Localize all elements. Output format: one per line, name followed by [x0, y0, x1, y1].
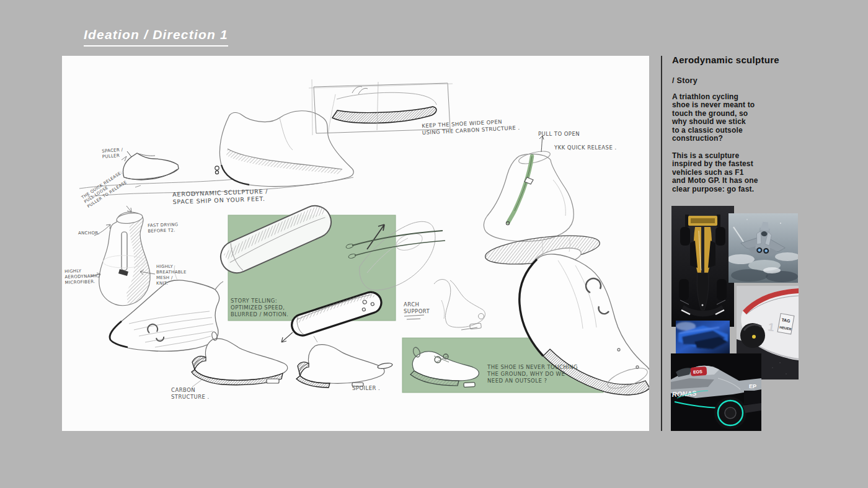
sketch-arch-underline	[404, 315, 424, 319]
vertical-divider	[661, 56, 662, 431]
moodboard-image-blue-car-detail	[676, 321, 730, 353]
sketch-canvas: SPACER / PULLER THE QUICK RELEASE: PULL …	[62, 56, 649, 431]
sidebar-heading: Aerodynamic sculpture	[672, 55, 821, 65]
annotation-fast-drying: FAST DRYING BEFORE T2.	[148, 222, 179, 234]
annotation-arch-support: ARCH SUPPORT	[404, 301, 430, 315]
annotation-never-touching: THE SHOE IS NEVER TOUCHING THE GROUND, W…	[487, 364, 578, 384]
annotation-pull-open: PULL TO OPEN YKK QUICK RELEASE .	[538, 124, 617, 158]
sketch-hero-shoe	[215, 94, 353, 187]
sidebar-story-label: / Story	[672, 76, 698, 85]
annotation-anchor: ANCHOR.	[78, 231, 100, 236]
moodboard-image-f1-concept-top-view	[671, 206, 734, 327]
sketch-spoiler-shoe	[296, 336, 393, 388]
moodboard-image-fighter-jet	[728, 213, 798, 283]
mercedes-eos-text: EOS	[693, 370, 703, 375]
annotation-story-telling: STORY TELLING: OPTIMIZED SPEED, BLURRED …	[231, 298, 288, 318]
presentation-page: { "page": { "title": "Ideation / Directi…	[0, 0, 868, 488]
sketch-foot-arch	[434, 280, 485, 330]
annotation-spacer-puller: SPACER / PULLER	[102, 148, 123, 161]
page-title: Ideation / Direction 1	[84, 27, 228, 47]
annotation-microfiber: HIGHLY AERODYNAMIC MICROFIBER.	[64, 268, 99, 286]
sidebar-paragraph-2: This is a sculpture inspired by the fast…	[672, 152, 808, 193]
annotation-pull-open-line2: YKK QUICK RELEASE .	[554, 144, 617, 151]
sidebar-paragraph-1: A triathlon cycling shoe is never meant …	[672, 93, 808, 143]
sketch-heel-cover	[91, 206, 155, 306]
mercedes-ep-text: EP	[749, 383, 756, 389]
annotation-carbon-structure: CARBON STRUCTURE .	[171, 387, 210, 401]
sketch-sole-arrow	[281, 332, 293, 342]
moodboard-image-mercedes-f1: EOS RONAS EP	[671, 353, 761, 431]
annotation-pull-open-line1: PULL TO OPEN	[538, 131, 617, 138]
mercedes-petronas-text: RONAS	[671, 389, 697, 398]
annotation-spoiler: SPOILER .	[352, 385, 380, 392]
annotation-mesh-knit: HIGHLY BREATHABLE MESH / KNIT.	[156, 264, 187, 286]
